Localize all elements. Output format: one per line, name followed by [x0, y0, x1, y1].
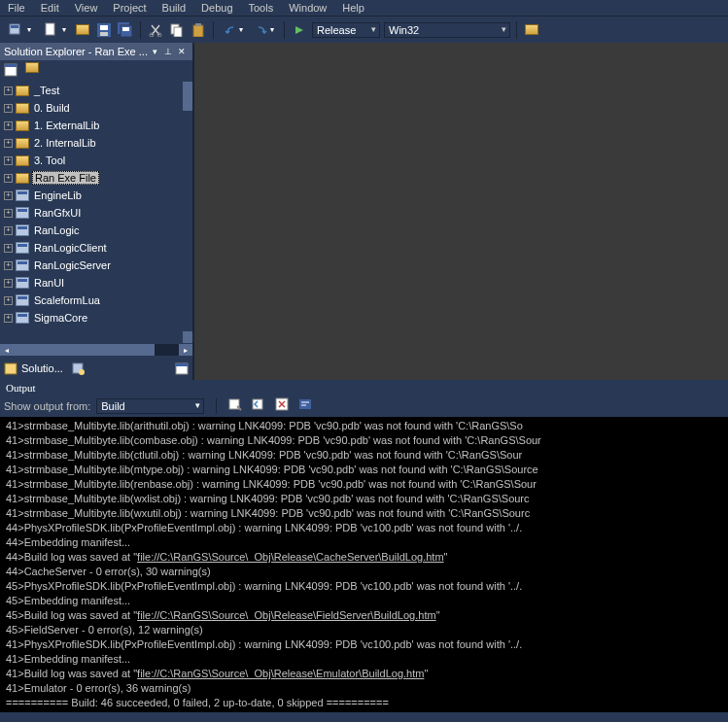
tree-item-2--internallib[interactable]: +2. InternalLib	[0, 134, 183, 152]
output-line: 41>strmbase_Multibyte.lib(mtype.obj) : w…	[6, 463, 722, 477]
properties-icon[interactable]	[4, 62, 19, 78]
expander-icon[interactable]: +	[4, 226, 13, 235]
output-line: 45>Build log was saved at "file://C:\Ran…	[6, 608, 722, 623]
panel-header: Solution Explorer - Ran Exe ... ▾ ⊥ ✕	[0, 43, 192, 60]
svg-rect-2	[46, 23, 54, 35]
svg-rect-8	[122, 27, 129, 31]
expander-icon[interactable]: +	[4, 279, 13, 288]
tree-item-ranlogicserver[interactable]: +RanLogicServer	[0, 257, 183, 274]
output-line: 45>Embedding manifest...	[6, 594, 722, 608]
find-icon[interactable]	[523, 21, 540, 39]
menu-tools[interactable]: Tools	[249, 2, 274, 14]
build-log-link[interactable]: file://C:\RanGS\Source\_Obj\Release\Emul…	[137, 668, 424, 679]
output-line: 45>FieldServer - 0 error(s), 12 warning(…	[6, 623, 722, 637]
tree-item-sigmacore[interactable]: +SigmaCore	[0, 309, 183, 327]
svg-rect-13	[193, 25, 203, 37]
tree-scrollbar-v[interactable]	[183, 82, 192, 343]
tree-item-rangfxui[interactable]: +RanGfxUI	[0, 204, 183, 222]
dropdown-icon[interactable]: ▾	[148, 45, 161, 58]
redo-dropdown[interactable]: ▾	[251, 23, 278, 37]
expander-icon[interactable]: +	[4, 209, 13, 218]
output-text[interactable]: 41>strmbase_Multibyte.lib(arithutil.obj)…	[0, 417, 728, 712]
cut-icon[interactable]	[147, 21, 164, 39]
expander-icon[interactable]: +	[4, 86, 13, 95]
menu-project[interactable]: Project	[113, 2, 146, 14]
new-file-dropdown[interactable]: ▾	[39, 21, 70, 39]
expander-icon[interactable]: +	[4, 191, 13, 200]
tab-property-manager[interactable]	[175, 361, 189, 375]
show-all-icon[interactable]	[25, 62, 41, 78]
editor-area	[192, 43, 728, 380]
tree-item-3--tool[interactable]: +3. Tool	[0, 152, 183, 169]
copy-icon[interactable]	[168, 21, 186, 39]
find-message-icon[interactable]	[228, 397, 246, 415]
expander-icon[interactable]: +	[4, 104, 13, 113]
expander-icon[interactable]: +	[4, 261, 13, 270]
expander-icon[interactable]: +	[4, 296, 13, 305]
expander-icon[interactable]: +	[4, 156, 13, 165]
tree-item-ran-exe-file[interactable]: +Ran Exe File	[0, 169, 183, 187]
output-source-combo[interactable]: Build	[96, 398, 203, 414]
paste-icon[interactable]	[190, 21, 207, 39]
tree-item-ranlogic[interactable]: +RanLogic	[0, 222, 183, 239]
tree-item-ranui[interactable]: +RanUI	[0, 274, 183, 292]
menu-build[interactable]: Build	[162, 2, 186, 14]
build-log-link[interactable]: file://C:\RanGS\Source\_Obj\Release\Fiel…	[137, 609, 436, 621]
folder-icon	[15, 136, 30, 150]
expander-icon[interactable]: +	[4, 139, 13, 148]
project-icon	[15, 258, 30, 272]
save-icon[interactable]	[95, 21, 113, 39]
play-icon[interactable]	[291, 21, 308, 39]
clear-icon[interactable]	[275, 397, 293, 415]
svg-point-19	[79, 369, 85, 375]
tree-item-0--build[interactable]: +0. Build	[0, 99, 183, 117]
expander-icon[interactable]: +	[4, 244, 13, 253]
new-project-dropdown[interactable]: ▾	[4, 21, 35, 39]
folder-icon	[15, 171, 30, 185]
platform-combo[interactable]: Win32	[384, 22, 510, 38]
project-icon	[15, 276, 30, 290]
pin-icon[interactable]: ⊥	[161, 45, 175, 58]
tree-item-1--externallib[interactable]: +1. ExternalLib	[0, 117, 183, 134]
open-icon[interactable]	[74, 21, 91, 39]
tree-item-scaleformlua[interactable]: +ScaleformLua	[0, 292, 183, 309]
tree-item-enginelib[interactable]: +EngineLib	[0, 187, 183, 204]
build-log-link[interactable]: file://C:\RanGS\Source\_Obj\Release\Cach…	[137, 551, 444, 563]
output-line: 41>strmbase_Multibyte.lib(wxutil.obj) : …	[6, 506, 722, 521]
tree-label: 0. Build	[32, 102, 72, 114]
expander-icon[interactable]: +	[4, 314, 13, 323]
output-line: ========== Build: 46 succeeded, 0 failed…	[6, 696, 722, 710]
tree-label: RanGfxUI	[32, 207, 83, 219]
tree-label: EngineLib	[32, 189, 84, 201]
tree-label: Ran Exe File	[32, 171, 99, 185]
tree-item-ranlogicclient[interactable]: +RanLogicClient	[0, 239, 183, 257]
goto-prev-icon[interactable]	[252, 397, 269, 415]
show-output-label: Show output from:	[4, 400, 90, 412]
tree-scrollbar-h[interactable]: ◂ ▸	[0, 343, 192, 357]
svg-rect-14	[195, 23, 201, 26]
menu-file[interactable]: File	[8, 2, 25, 14]
tab-solution-explorer[interactable]: Solutio...	[4, 361, 63, 375]
tab-class-view[interactable]	[71, 361, 85, 375]
menu-edit[interactable]: Edit	[41, 2, 59, 14]
menu-window[interactable]: Window	[289, 2, 327, 14]
tree-label: RanUI	[32, 277, 66, 289]
panel-toolbar	[0, 60, 192, 82]
save-all-icon[interactable]	[117, 21, 134, 39]
project-icon	[15, 293, 30, 307]
svg-rect-25	[299, 399, 311, 409]
undo-dropdown[interactable]: ▾	[220, 23, 247, 37]
expander-icon[interactable]: +	[4, 174, 13, 183]
close-icon[interactable]: ✕	[175, 45, 189, 58]
menu-view[interactable]: View	[75, 2, 98, 14]
tree-label: 3. Tool	[32, 155, 67, 166]
tree-item--test[interactable]: +_Test	[0, 82, 183, 99]
output-line: 41>strmbase_Multibyte.lib(ctlutil.obj) :…	[6, 448, 722, 463]
expander-icon[interactable]: +	[4, 121, 13, 130]
word-wrap-icon[interactable]	[298, 397, 316, 415]
output-line: 44>Embedding manifest...	[6, 535, 722, 550]
config-combo[interactable]: Release	[312, 22, 380, 38]
tree-label: RanLogicServer	[32, 259, 113, 271]
menu-debug[interactable]: Debug	[201, 2, 232, 14]
menu-help[interactable]: Help	[342, 2, 364, 14]
